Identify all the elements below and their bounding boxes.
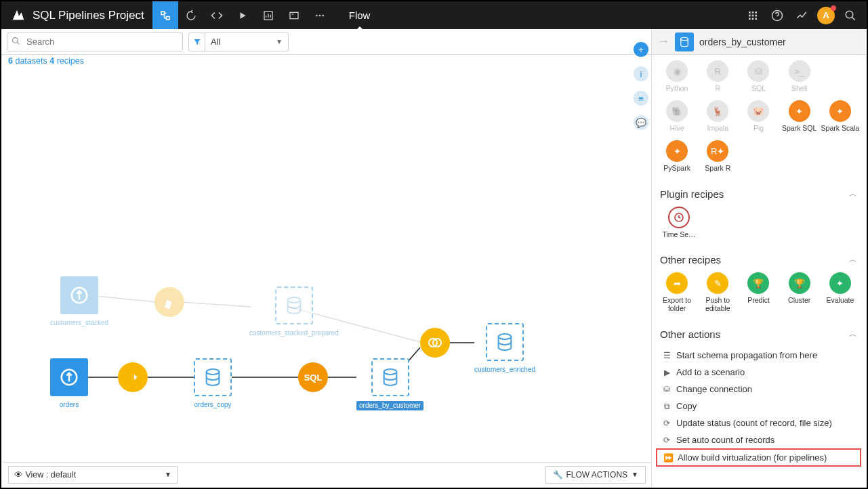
svg-rect-10 bbox=[755, 14, 757, 16]
panel-title: orders_by_customer bbox=[699, 37, 786, 47]
recipe-evaluate[interactable]: ✦Evaluate bbox=[821, 272, 860, 312]
flow-edges bbox=[1, 70, 651, 462]
nav-play-icon[interactable] bbox=[230, 1, 255, 29]
chevron-up-icon: ︿ bbox=[849, 254, 857, 265]
node-customers-stacked[interactable]: customers_stacked bbox=[50, 276, 108, 327]
svg-point-34 bbox=[681, 37, 688, 41]
search-icon[interactable] bbox=[838, 1, 863, 29]
copy-icon: ⧉ bbox=[660, 402, 674, 411]
other-actions-list: ☰Start schema propagation from here ▶Add… bbox=[652, 344, 865, 469]
svg-rect-9 bbox=[752, 14, 754, 16]
svg-point-16 bbox=[12, 37, 18, 43]
svg-rect-8 bbox=[749, 14, 751, 16]
nav-code-icon[interactable] bbox=[204, 1, 230, 29]
flow-actions-button[interactable]: 🔧 FLOW ACTIONS ▼ bbox=[545, 466, 646, 484]
svg-point-27 bbox=[288, 297, 301, 303]
rail-chat-icon[interactable]: 💬 bbox=[634, 115, 648, 130]
node-join-recipe[interactable] bbox=[420, 328, 450, 358]
dataset-icon bbox=[675, 33, 694, 51]
recipe-sparksql[interactable]: ✦Spark SQL bbox=[780, 98, 819, 135]
svg-point-29 bbox=[207, 369, 220, 375]
chevron-up-icon: ︿ bbox=[849, 328, 857, 340]
database-icon: ⛁ bbox=[660, 385, 674, 394]
view-selector[interactable]: 👁 View : default ▼ bbox=[8, 466, 178, 484]
topbar: SQL Pipelines Project Flow A bbox=[1, 1, 867, 29]
recipe-predict[interactable]: 🏆Predict bbox=[739, 272, 778, 312]
recipe-impala[interactable]: 🦌Impala bbox=[698, 98, 737, 135]
rail-add-icon[interactable]: + bbox=[634, 42, 648, 57]
flow-side-rail: + i ≡ 💬 bbox=[631, 35, 651, 130]
clock-icon bbox=[668, 207, 690, 228]
svg-rect-11 bbox=[749, 18, 751, 20]
caret-down-icon: ▼ bbox=[165, 471, 171, 478]
refresh-icon: ⟳ bbox=[660, 419, 674, 428]
other-recipes-header[interactable]: Other recipes︿ bbox=[652, 247, 865, 270]
search-input[interactable] bbox=[24, 37, 182, 47]
activity-icon[interactable] bbox=[789, 1, 814, 29]
refresh-icon: ⟳ bbox=[660, 435, 674, 445]
recipe-sql[interactable]: ⛁SQL bbox=[739, 58, 778, 95]
nav-more-icon[interactable] bbox=[307, 1, 333, 29]
filter-select[interactable]: All ▼ bbox=[188, 33, 289, 51]
action-auto-count[interactable]: ⟳Set auto count of records bbox=[652, 431, 865, 448]
flow-tab-label[interactable]: Flow bbox=[349, 9, 371, 21]
search-icon bbox=[7, 37, 24, 47]
code-recipes-grid: ◉Python RR ⛁SQL >_Shell 🐘Hive 🦌Impala 🐷P… bbox=[652, 55, 865, 182]
action-change-connection[interactable]: ⛁Change connection bbox=[652, 381, 865, 398]
app-logo-icon[interactable] bbox=[11, 7, 27, 24]
panel-header: → orders_by_customer bbox=[652, 29, 865, 55]
recipe-sparkr[interactable]: R✦Spark R bbox=[698, 137, 737, 175]
nav-flow-icon[interactable] bbox=[152, 1, 178, 29]
other-actions-header[interactable]: Other actions︿ bbox=[652, 322, 865, 344]
flow-canvas[interactable]: customers_stacked customers_stacked_prep… bbox=[1, 70, 651, 462]
nav-card-icon[interactable] bbox=[281, 1, 307, 29]
recipe-pig[interactable]: 🐷Pig bbox=[739, 98, 778, 135]
svg-point-3 bbox=[318, 14, 321, 16]
node-sync-recipe[interactable] bbox=[118, 362, 148, 392]
recipe-r[interactable]: RR bbox=[698, 58, 737, 95]
rail-doc-icon[interactable]: ≡ bbox=[634, 91, 648, 106]
list-icon: ☰ bbox=[660, 351, 674, 360]
rail-info-icon[interactable]: i bbox=[634, 66, 648, 81]
filter-label: All bbox=[205, 37, 270, 47]
node-customers-stacked-prepared[interactable]: customers_stacked_prepared bbox=[249, 286, 339, 337]
caret-down-icon: ▼ bbox=[270, 38, 288, 45]
filter-icon bbox=[189, 33, 205, 51]
svg-rect-5 bbox=[749, 12, 751, 14]
node-orders-copy[interactable]: orders_copy bbox=[194, 358, 232, 409]
node-prepare-recipe[interactable] bbox=[154, 287, 184, 317]
action-add-scenario[interactable]: ▶Add to a scenario bbox=[652, 364, 865, 381]
recipe-pyspark[interactable]: ✦PySpark bbox=[657, 137, 697, 175]
recipe-sparkscala[interactable]: ✦Spark Scala bbox=[821, 98, 860, 135]
recipe-hive[interactable]: 🐘Hive bbox=[657, 98, 697, 135]
chevron-up-icon: ︿ bbox=[849, 188, 857, 200]
recipe-cluster[interactable]: 🏆Cluster bbox=[780, 272, 819, 312]
nav-cycle-icon[interactable] bbox=[178, 1, 204, 29]
back-arrow-icon[interactable]: → bbox=[657, 35, 669, 49]
plugin-timeseries[interactable]: Time Se… bbox=[660, 207, 698, 238]
action-allow-virtualization[interactable]: ⏩Allow build virtualization (for pipelin… bbox=[656, 448, 861, 467]
recipe-python[interactable]: ◉Python bbox=[657, 58, 697, 95]
project-name[interactable]: SQL Pipelines Project bbox=[33, 9, 144, 22]
nav-chart-icon[interactable] bbox=[255, 1, 281, 29]
svg-rect-6 bbox=[752, 12, 754, 14]
action-update-status[interactable]: ⟳Update status (count of record, file si… bbox=[652, 414, 865, 431]
svg-point-33 bbox=[499, 334, 512, 339]
svg-rect-7 bbox=[755, 12, 757, 14]
action-schema-propagation[interactable]: ☰Start schema propagation from here bbox=[652, 347, 865, 364]
recipe-shell[interactable]: >_Shell bbox=[780, 58, 819, 95]
plugin-recipes-header[interactable]: Plugin recipes︿ bbox=[652, 182, 865, 204]
help-icon[interactable] bbox=[765, 1, 789, 29]
plugin-recipes-grid: Time Se… bbox=[652, 204, 865, 247]
avatar[interactable]: A bbox=[817, 7, 835, 24]
recipe-export-folder[interactable]: ➦Export to folder bbox=[657, 272, 697, 312]
node-sql-recipe[interactable]: SQL bbox=[298, 362, 328, 392]
node-customers-enriched[interactable]: customers_enriched bbox=[474, 323, 535, 374]
fast-forward-icon: ⏩ bbox=[661, 453, 675, 463]
node-orders-by-customer[interactable]: orders_by_customer bbox=[356, 358, 423, 410]
action-copy[interactable]: ⧉Copy bbox=[652, 398, 865, 414]
node-orders[interactable]: orders bbox=[50, 358, 88, 409]
apps-icon[interactable] bbox=[741, 1, 765, 29]
flow-bottom-bar: 👁 View : default ▼ 🔧 FLOW ACTIONS ▼ bbox=[3, 462, 651, 486]
recipe-push-editable[interactable]: ✎Push to editable bbox=[698, 272, 737, 312]
